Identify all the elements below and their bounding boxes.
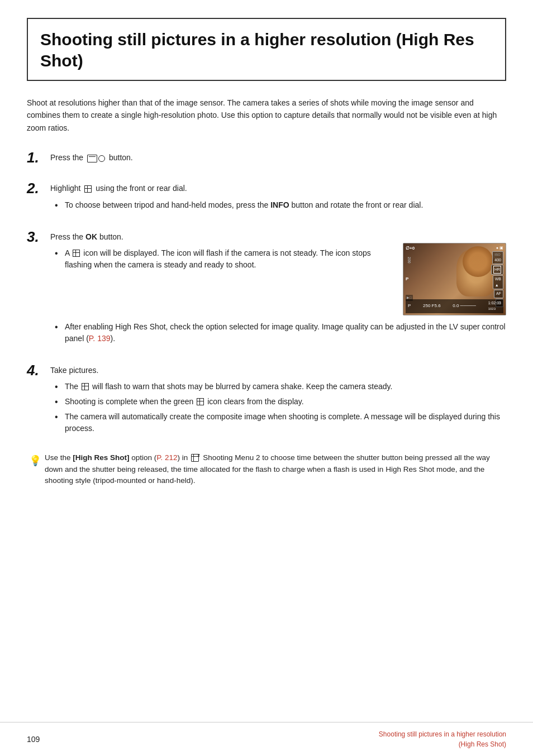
step-4-content: Take pictures. The will flash to warn th… (50, 362, 506, 438)
step-3-bullet-2: After enabling High Res Shot, check the … (55, 321, 506, 344)
footer: 109 Shooting still pictures in a higher … (0, 722, 533, 756)
step-3: 3. Press the OK button. A icon will be d… (27, 229, 506, 348)
step-2: 2. Highlight using the front or rear dia… (27, 180, 506, 214)
cam-shots: 1:02:031023 (488, 300, 501, 312)
step-4-bullet-2: Shooting is complete when the green icon… (55, 396, 506, 408)
note-icon: 💡 (29, 453, 41, 468)
cam-right-bar: ISO 400 HR WB▲ AF ◎ (491, 251, 503, 307)
title-box: Shooting still pictures in a higher reso… (27, 18, 506, 81)
step-4-bullets: The will flash to warn that shots may be… (55, 381, 506, 434)
step-4-bullet-3: The camera will automatically create the… (55, 411, 506, 434)
camera-bg: ∅+0 ● ▣ ISO 400 (403, 243, 506, 315)
cam-shutter: P (408, 303, 411, 309)
step-2-highlight: Highlight (50, 184, 83, 193)
page-content: Shooting still pictures in a higher reso… (0, 0, 533, 526)
intro-paragraph: Shoot at resolutions higher than that of… (27, 97, 506, 134)
step-2-bullets: To choose between tripod and hand-held m… (55, 199, 506, 211)
footer-title: Shooting still pictures in a higher reso… (379, 729, 506, 749)
step-3-inner: A icon will be displayed. The icon will … (50, 243, 506, 315)
footer-page-number: 109 (27, 734, 40, 745)
step-4: 4. Take pictures. The will flash to warn… (27, 362, 506, 438)
cam-aperture: 250 F5.6 (423, 303, 441, 309)
drive-timer-icon (87, 152, 105, 164)
cam-top-bar: ∅+0 ● ▣ (406, 245, 503, 252)
step-4-header: 4. Take pictures. The will flash to warn… (27, 362, 506, 438)
cam-left-p: P (406, 276, 408, 283)
step-3-number: 3. (27, 229, 50, 245)
cam-bottom-bar: P 250 F5.6 0.0 ───── 1:02:031023 (406, 299, 503, 313)
step-3-text: Press the OK button. (50, 229, 506, 243)
step-2-bullet-1: To choose between tripod and hand-held m… (55, 199, 506, 211)
step-1-text: Press the button. (50, 150, 506, 164)
step-2-suffix: using the front or rear dial. (96, 184, 187, 193)
step-1-content: Press the button. (50, 150, 506, 164)
cam-wb: WB▲ (493, 275, 503, 289)
step-3-bullet-1: A icon will be displayed. The icon will … (55, 247, 392, 271)
page-title: Shooting still pictures in a higher reso… (40, 29, 493, 71)
menu-grid-icon (84, 183, 92, 195)
step-3-bullets: A icon will be displayed. The icon will … (55, 247, 392, 271)
link-p212[interactable]: P. 212 (156, 453, 177, 462)
note-box: 💡 Use the [High Res Shot] option (P. 212… (27, 452, 506, 487)
cam-iso: ISO 400 (492, 251, 503, 265)
step-2-content: Highlight using the front or rear dial. … (50, 180, 506, 214)
step-3-content: Press the OK button. A icon will be disp… (50, 229, 506, 348)
cam-ev: 0.0 ───── (453, 303, 476, 309)
step-1-number: 1. (27, 150, 50, 166)
camera-preview: ∅+0 ● ▣ ISO 400 (403, 243, 506, 315)
step-4-bullet-1: The will flash to warn that shots may be… (55, 381, 506, 393)
step-1: 1. Press the button. (27, 150, 506, 166)
step-3-header: 3. Press the OK button. A icon will be d… (27, 229, 506, 348)
step-1-suffix: button. (109, 153, 133, 162)
step-2-number: 2. (27, 180, 50, 197)
cam-af: AF (494, 290, 503, 298)
shooting-menu-icon: 2 (191, 452, 199, 464)
cam-overlay: ∅+0 ● ▣ ISO 400 (403, 243, 506, 315)
cam-top-icons: ● ▣ (496, 245, 503, 251)
footer-title-line2: (High Res Shot) (459, 740, 506, 748)
note-text: Use the [High Res Shot] option (P. 212) … (45, 452, 506, 487)
step-4-text: Take pictures. (50, 362, 506, 376)
step-4-number: 4. (27, 362, 50, 379)
step-1-press: Press the (50, 153, 85, 162)
cam-left-iso: 200 (406, 257, 412, 264)
cam-hr-icon: HR (491, 265, 503, 275)
cam-left-bar: 200 P ▶□ (406, 251, 413, 307)
footer-title-line1: Shooting still pictures in a higher reso… (379, 730, 506, 738)
step-2-text: Highlight using the front or rear dial. (50, 180, 506, 195)
step-3-bullets-after: After enabling High Res Shot, check the … (55, 321, 506, 344)
step-3-bullets-area: A icon will be displayed. The icon will … (50, 243, 392, 274)
link-p139[interactable]: P. 139 (89, 334, 111, 343)
step-1-header: 1. Press the button. (27, 150, 506, 166)
step-2-header: 2. Highlight using the front or rear dia… (27, 180, 506, 214)
